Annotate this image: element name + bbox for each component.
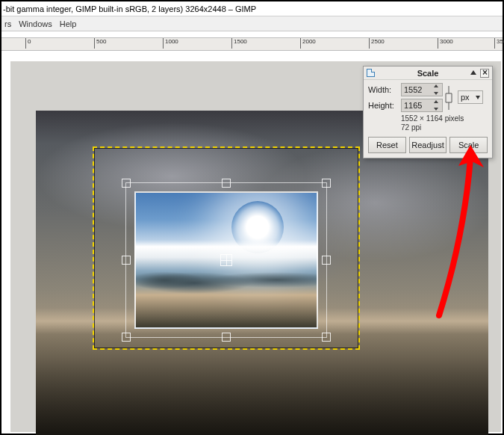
ruler-tick: 3500 — [494, 38, 504, 49]
ruler-tick: 0 — [25, 38, 31, 49]
ruler-tick: 500 — [94, 38, 106, 49]
window-titlebar: -bit gamma integer, GIMP built-in sRGB, … — [1, 1, 503, 16]
dialog-doc-icon — [367, 69, 375, 77]
window-title: -bit gamma integer, GIMP built-in sRGB, … — [3, 4, 256, 13]
unit-select[interactable]: px — [458, 90, 483, 104]
width-label: Width: — [368, 85, 401, 94]
height-label: Height: — [368, 101, 401, 110]
handle-top-right[interactable] — [322, 179, 331, 188]
chevron-down-icon — [476, 96, 480, 99]
dialog-body: Width: 1552 Height: 1165 — [364, 80, 492, 158]
handle-left[interactable] — [122, 256, 131, 265]
aspect-chain-icon[interactable] — [444, 83, 453, 113]
ruler-tick: 1500 — [231, 38, 247, 49]
readjust-button[interactable]: Readjust — [409, 137, 447, 153]
dialog-title: Scale — [417, 69, 439, 78]
handle-center[interactable] — [220, 254, 232, 266]
unit-label: px — [461, 93, 470, 102]
scale-dialog[interactable]: Scale Width: 1552 Height: — [363, 66, 493, 158]
handle-bottom-right[interactable] — [322, 333, 331, 342]
width-stepper[interactable] — [434, 84, 440, 95]
height-input[interactable]: 1165 — [401, 99, 443, 112]
image-canvas[interactable] — [36, 111, 488, 435]
scale-transform-box[interactable] — [125, 182, 327, 338]
ruler-tick: 2500 — [369, 38, 385, 49]
handle-top[interactable] — [222, 179, 231, 188]
ruler-horizontal[interactable]: 0500100015002000250030003500 — [1, 37, 503, 51]
gimp-window: -bit gamma integer, GIMP built-in sRGB, … — [0, 0, 504, 435]
ruler-tick: 1000 — [163, 38, 178, 49]
handle-bottom[interactable] — [222, 333, 231, 342]
dialog-close-icon[interactable] — [480, 69, 489, 78]
width-value: 1552 — [404, 85, 422, 94]
handle-right[interactable] — [322, 256, 331, 265]
reset-button[interactable]: Reset — [368, 137, 406, 153]
height-stepper[interactable] — [434, 100, 440, 111]
ppi-info: 72 ppi — [401, 123, 488, 132]
menu-item-help[interactable]: Help — [60, 19, 77, 28]
ruler-tick: 3000 — [438, 38, 453, 49]
dialog-titlebar[interactable]: Scale — [364, 67, 492, 80]
menu-item-filters-partial[interactable]: rs — [4, 19, 11, 28]
height-value: 1165 — [404, 101, 422, 110]
scale-button[interactable]: Scale — [449, 137, 488, 153]
menu-item-windows[interactable]: Windows — [19, 19, 52, 28]
width-input[interactable]: 1552 — [401, 83, 443, 96]
pixel-dimensions-info: 1552 × 1164 pixels — [401, 114, 488, 123]
handle-bottom-left[interactable] — [122, 333, 131, 342]
ruler-tick: 2000 — [300, 38, 316, 49]
dialog-collapse-icon[interactable] — [470, 70, 477, 77]
handle-top-left[interactable] — [122, 179, 131, 188]
menubar[interactable]: rs Windows Help — [1, 16, 503, 31]
